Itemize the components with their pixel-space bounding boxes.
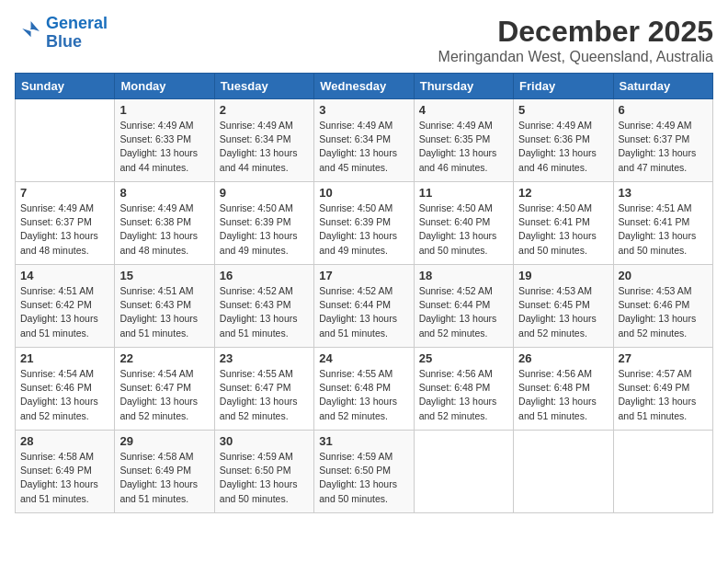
day-number: 2 bbox=[220, 103, 309, 117]
weekday-header: Sunday bbox=[16, 74, 115, 99]
weekday-header: Monday bbox=[115, 74, 214, 99]
calendar-cell: 9Sunrise: 4:50 AM Sunset: 6:39 PM Daylig… bbox=[214, 182, 313, 265]
day-detail: Sunrise: 4:55 AM Sunset: 6:48 PM Dayligh… bbox=[319, 367, 408, 423]
weekday-header: Friday bbox=[514, 74, 613, 99]
calendar-cell: 14Sunrise: 4:51 AM Sunset: 6:42 PM Dayli… bbox=[16, 265, 115, 348]
day-number: 25 bbox=[419, 351, 508, 365]
calendar-cell: 29Sunrise: 4:58 AM Sunset: 6:49 PM Dayli… bbox=[115, 431, 214, 513]
day-detail: Sunrise: 4:49 AM Sunset: 6:37 PM Dayligh… bbox=[619, 119, 708, 175]
day-number: 31 bbox=[319, 434, 408, 448]
day-detail: Sunrise: 4:53 AM Sunset: 6:46 PM Dayligh… bbox=[619, 284, 708, 340]
day-detail: Sunrise: 4:59 AM Sunset: 6:50 PM Dayligh… bbox=[220, 450, 309, 506]
weekday-header: Thursday bbox=[414, 74, 513, 99]
day-detail: Sunrise: 4:53 AM Sunset: 6:45 PM Dayligh… bbox=[518, 284, 608, 340]
calendar-cell bbox=[16, 99, 115, 182]
calendar-cell: 27Sunrise: 4:57 AM Sunset: 6:49 PM Dayli… bbox=[613, 348, 712, 431]
day-number: 28 bbox=[20, 434, 109, 448]
calendar-cell: 21Sunrise: 4:54 AM Sunset: 6:46 PM Dayli… bbox=[16, 348, 115, 431]
day-detail: Sunrise: 4:56 AM Sunset: 6:48 PM Dayligh… bbox=[419, 367, 508, 423]
day-number: 11 bbox=[419, 186, 508, 200]
day-detail: Sunrise: 4:49 AM Sunset: 6:37 PM Dayligh… bbox=[20, 201, 109, 258]
day-number: 1 bbox=[119, 103, 209, 117]
calendar-cell: 26Sunrise: 4:56 AM Sunset: 6:48 PM Dayli… bbox=[514, 348, 613, 431]
day-number: 20 bbox=[619, 269, 708, 282]
day-detail: Sunrise: 4:51 AM Sunset: 6:43 PM Dayligh… bbox=[119, 284, 209, 340]
day-detail: Sunrise: 4:52 AM Sunset: 6:44 PM Dayligh… bbox=[319, 284, 408, 340]
calendar-cell: 19Sunrise: 4:53 AM Sunset: 6:45 PM Dayli… bbox=[514, 265, 613, 348]
calendar-cell: 11Sunrise: 4:50 AM Sunset: 6:40 PM Dayli… bbox=[414, 182, 513, 265]
calendar-body: 1Sunrise: 4:49 AM Sunset: 6:33 PM Daylig… bbox=[16, 99, 713, 513]
day-detail: Sunrise: 4:49 AM Sunset: 6:36 PM Dayligh… bbox=[518, 119, 608, 175]
calendar-cell: 20Sunrise: 4:53 AM Sunset: 6:46 PM Dayli… bbox=[613, 265, 712, 348]
day-number: 16 bbox=[220, 269, 309, 282]
calendar-cell: 25Sunrise: 4:56 AM Sunset: 6:48 PM Dayli… bbox=[414, 348, 513, 431]
day-number: 21 bbox=[20, 351, 109, 365]
day-detail: Sunrise: 4:50 AM Sunset: 6:41 PM Dayligh… bbox=[518, 201, 608, 258]
day-detail: Sunrise: 4:49 AM Sunset: 6:34 PM Dayligh… bbox=[220, 119, 309, 175]
day-number: 29 bbox=[119, 434, 209, 448]
day-number: 23 bbox=[220, 351, 309, 365]
day-detail: Sunrise: 4:59 AM Sunset: 6:50 PM Dayligh… bbox=[319, 450, 408, 506]
day-number: 22 bbox=[119, 351, 209, 365]
weekday-header: Wednesday bbox=[314, 74, 414, 99]
calendar-cell: 2Sunrise: 4:49 AM Sunset: 6:34 PM Daylig… bbox=[214, 99, 313, 182]
calendar-cell: 5Sunrise: 4:49 AM Sunset: 6:36 PM Daylig… bbox=[514, 99, 613, 182]
calendar-header-row: SundayMondayTuesdayWednesdayThursdayFrid… bbox=[16, 74, 713, 99]
logo-icon bbox=[17, 18, 42, 44]
calendar-cell: 4Sunrise: 4:49 AM Sunset: 6:35 PM Daylig… bbox=[414, 99, 513, 182]
day-detail: Sunrise: 4:54 AM Sunset: 6:46 PM Dayligh… bbox=[20, 367, 109, 423]
calendar-cell: 30Sunrise: 4:59 AM Sunset: 6:50 PM Dayli… bbox=[214, 431, 313, 513]
calendar-cell: 16Sunrise: 4:52 AM Sunset: 6:43 PM Dayli… bbox=[214, 265, 313, 348]
day-detail: Sunrise: 4:49 AM Sunset: 6:34 PM Dayligh… bbox=[319, 119, 408, 175]
calendar-week-row: 7Sunrise: 4:49 AM Sunset: 6:37 PM Daylig… bbox=[16, 182, 713, 265]
day-detail: Sunrise: 4:49 AM Sunset: 6:38 PM Dayligh… bbox=[119, 201, 209, 258]
day-number: 26 bbox=[518, 351, 608, 365]
calendar-cell: 18Sunrise: 4:52 AM Sunset: 6:44 PM Dayli… bbox=[414, 265, 513, 348]
day-detail: Sunrise: 4:49 AM Sunset: 6:33 PM Dayligh… bbox=[119, 119, 209, 175]
day-number: 13 bbox=[619, 186, 708, 200]
calendar-cell bbox=[414, 431, 513, 513]
calendar-cell: 24Sunrise: 4:55 AM Sunset: 6:48 PM Dayli… bbox=[314, 348, 414, 431]
day-number: 24 bbox=[319, 351, 408, 365]
logo-text: General Blue bbox=[46, 15, 108, 52]
calendar-cell: 13Sunrise: 4:51 AM Sunset: 6:41 PM Dayli… bbox=[613, 182, 712, 265]
day-detail: Sunrise: 4:54 AM Sunset: 6:47 PM Dayligh… bbox=[119, 367, 209, 423]
day-number: 4 bbox=[419, 103, 508, 117]
calendar-cell: 31Sunrise: 4:59 AM Sunset: 6:50 PM Dayli… bbox=[314, 431, 414, 513]
calendar-cell: 10Sunrise: 4:50 AM Sunset: 6:39 PM Dayli… bbox=[314, 182, 414, 265]
month-title: December 2025 bbox=[438, 15, 713, 49]
day-detail: Sunrise: 4:50 AM Sunset: 6:39 PM Dayligh… bbox=[319, 201, 408, 258]
calendar-week-row: 14Sunrise: 4:51 AM Sunset: 6:42 PM Dayli… bbox=[16, 265, 713, 348]
day-detail: Sunrise: 4:58 AM Sunset: 6:49 PM Dayligh… bbox=[119, 450, 209, 506]
day-detail: Sunrise: 4:55 AM Sunset: 6:47 PM Dayligh… bbox=[220, 367, 309, 423]
day-number: 14 bbox=[20, 269, 109, 282]
calendar-cell: 7Sunrise: 4:49 AM Sunset: 6:37 PM Daylig… bbox=[16, 182, 115, 265]
calendar-week-row: 28Sunrise: 4:58 AM Sunset: 6:49 PM Dayli… bbox=[16, 431, 713, 513]
day-detail: Sunrise: 4:50 AM Sunset: 6:39 PM Dayligh… bbox=[220, 201, 309, 258]
calendar-table: SundayMondayTuesdayWednesdayThursdayFrid… bbox=[15, 73, 713, 513]
day-number: 12 bbox=[518, 186, 608, 200]
day-detail: Sunrise: 4:58 AM Sunset: 6:49 PM Dayligh… bbox=[20, 450, 109, 506]
calendar-cell: 12Sunrise: 4:50 AM Sunset: 6:41 PM Dayli… bbox=[514, 182, 613, 265]
day-number: 27 bbox=[619, 351, 708, 365]
calendar-cell: 17Sunrise: 4:52 AM Sunset: 6:44 PM Dayli… bbox=[314, 265, 414, 348]
location-title: Meringandan West, Queensland, Australia bbox=[438, 49, 713, 65]
page-header: General Blue December 2025 Meringandan W… bbox=[15, 15, 713, 65]
calendar-cell bbox=[514, 431, 613, 513]
title-section: December 2025 Meringandan West, Queensla… bbox=[438, 15, 713, 65]
day-detail: Sunrise: 4:52 AM Sunset: 6:43 PM Dayligh… bbox=[220, 284, 309, 340]
calendar-cell bbox=[613, 431, 712, 513]
day-number: 19 bbox=[518, 269, 608, 282]
day-detail: Sunrise: 4:50 AM Sunset: 6:40 PM Dayligh… bbox=[419, 201, 508, 258]
day-detail: Sunrise: 4:57 AM Sunset: 6:49 PM Dayligh… bbox=[619, 367, 708, 423]
calendar-cell: 28Sunrise: 4:58 AM Sunset: 6:49 PM Dayli… bbox=[16, 431, 115, 513]
calendar-cell: 15Sunrise: 4:51 AM Sunset: 6:43 PM Dayli… bbox=[115, 265, 214, 348]
day-detail: Sunrise: 4:51 AM Sunset: 6:42 PM Dayligh… bbox=[20, 284, 109, 340]
calendar-week-row: 21Sunrise: 4:54 AM Sunset: 6:46 PM Dayli… bbox=[16, 348, 713, 431]
day-number: 15 bbox=[119, 269, 209, 282]
calendar-cell: 8Sunrise: 4:49 AM Sunset: 6:38 PM Daylig… bbox=[115, 182, 214, 265]
weekday-header: Saturday bbox=[613, 74, 712, 99]
calendar-cell: 6Sunrise: 4:49 AM Sunset: 6:37 PM Daylig… bbox=[613, 99, 712, 182]
day-number: 7 bbox=[20, 186, 109, 200]
calendar-cell: 22Sunrise: 4:54 AM Sunset: 6:47 PM Dayli… bbox=[115, 348, 214, 431]
